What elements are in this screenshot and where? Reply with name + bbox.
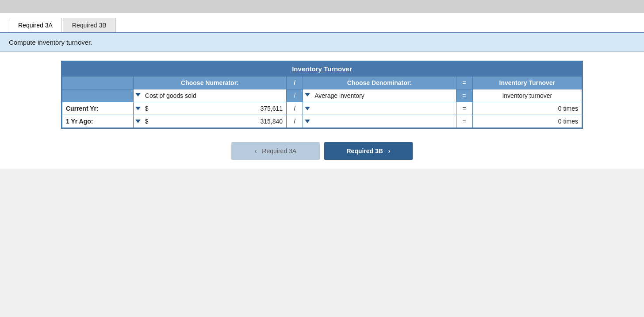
denominator-dropdown[interactable]: Average inventory (303, 89, 456, 102)
header-label (62, 77, 134, 89)
prev-arrow-icon: ‹ (255, 147, 257, 155)
1yr-ago-numerator-arrow (135, 120, 141, 123)
row-1yr-ago-result: 0 times (472, 115, 582, 128)
inventory-turnover-table: Inventory Turnover Choose Numerator: / C… (61, 61, 583, 129)
nav-next-button[interactable]: Required 3B › (324, 142, 413, 160)
numerator-dropdown-arrow (135, 93, 141, 97)
formula-equals: = (456, 89, 472, 102)
top-bar (0, 0, 644, 13)
denominator-dropdown-arrow (305, 93, 310, 97)
header-numerator: Choose Numerator: (133, 77, 286, 89)
current-yr-denominator-arrow (305, 107, 310, 110)
header-equals: = (456, 77, 472, 89)
nav-buttons: ‹ Required 3A Required 3B › (9, 142, 635, 160)
instruction-bar: Compute inventory turnover. (0, 33, 644, 52)
row-current-yr-result: 0 times (472, 102, 582, 115)
table-title: Inventory Turnover (62, 62, 582, 76)
table-row-1yr-ago: 1 Yr Ago: $ 315,840 / (62, 115, 582, 128)
row-current-yr-numerator[interactable]: $ 375,611 (133, 102, 286, 115)
nav-prev-button[interactable]: ‹ Required 3A (231, 142, 320, 160)
header-result: Inventory Turnover (472, 77, 582, 89)
row-current-yr-label: Current Yr: (62, 102, 134, 115)
current-yr-numerator-arrow (135, 107, 141, 110)
1yr-ago-denominator-input[interactable] (307, 118, 452, 125)
row-current-yr-denominator[interactable] (303, 102, 456, 115)
row-1yr-ago-denominator[interactable] (303, 115, 456, 128)
tab-required-3a[interactable]: Required 3A (9, 18, 62, 32)
table-row-current-yr: Current Yr: $ 375,611 / (62, 102, 582, 115)
row-1yr-ago-divider: / (287, 115, 303, 128)
tab-bar: Required 3A Required 3B (0, 13, 644, 33)
numerator-dropdown[interactable]: Cost of goods sold (133, 89, 286, 102)
row-1yr-ago-label: 1 Yr Ago: (62, 115, 134, 128)
row-current-yr-equals: = (456, 102, 472, 115)
table-header-row: Choose Numerator: / Choose Denominator: … (62, 77, 582, 89)
row-1yr-ago-equals: = (456, 115, 472, 128)
row-current-yr-divider: / (287, 102, 303, 115)
1yr-ago-denominator-arrow (305, 120, 310, 123)
current-yr-denominator-input[interactable] (307, 105, 452, 112)
formula-label (62, 89, 134, 102)
header-denominator: Choose Denominator: (303, 77, 456, 89)
row-1yr-ago-numerator[interactable]: $ 315,840 (133, 115, 286, 128)
header-divider: / (287, 77, 303, 89)
next-arrow-icon: › (388, 147, 391, 155)
formula-divider: / (287, 89, 303, 102)
formula-row: Cost of goods sold / Average inventory = (62, 89, 582, 102)
tab-required-3b[interactable]: Required 3B (63, 18, 116, 32)
formula-result: Inventory turnover (472, 89, 582, 102)
